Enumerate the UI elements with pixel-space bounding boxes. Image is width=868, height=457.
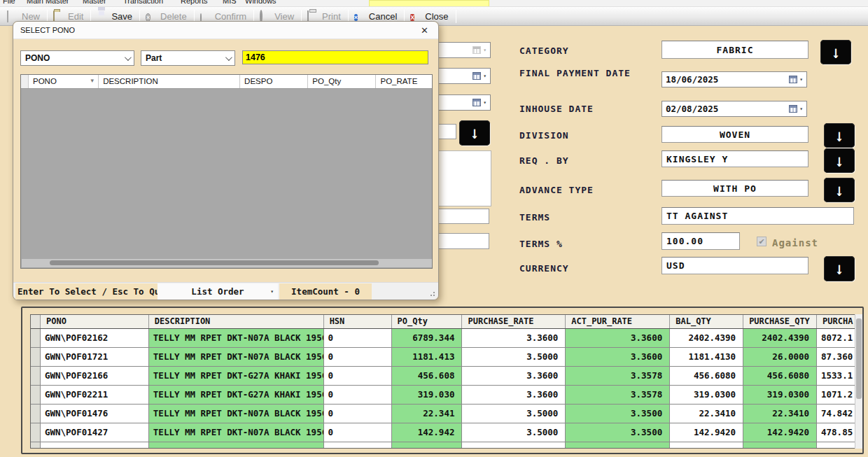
terms-field[interactable]: TT AGAINST [662,207,854,225]
scrollbar-thumb[interactable] [50,260,379,265]
cell-purchase-rate: 3.3600 [462,386,566,405]
req-by-lookup-button[interactable]: ↓ [824,148,855,173]
menu-master[interactable]: Master [83,0,106,5]
vertical-scrollbar[interactable] [855,314,862,449]
against-checkbox: ✔ [757,237,766,246]
table-row[interactable]: GWN\POF01721 TELLY MM RPET DKT-N07A BLAC… [31,348,857,367]
menu-file[interactable]: File [3,0,15,5]
table-row[interactable]: GWN\POF02211 TELLY MM RPET DKT-G27A KHAK… [31,386,857,405]
req-by-field[interactable]: KINGSLEY Y [662,150,808,167]
table-row[interactable]: GWN\POF02162 TELLY MM RPET DKT-N07A BLAC… [31,329,857,348]
close-icon[interactable]: ✕ [418,25,431,36]
cell-purchase-extra: 8072.1 [817,329,857,348]
hidden-date-field[interactable]: ▾ [438,68,491,84]
cell-act-pur-rate: 3.3578 [566,386,670,405]
cell-description: TELLY MM RPET DKT-N07A BLACK 195CM [149,348,324,367]
cell-hsn: 0 [324,367,392,386]
cell-empty [743,442,817,449]
col-purchase-extra[interactable]: PURCHA [817,315,857,328]
table-row[interactable]: GWN\POF01476 TELLY MM RPET DKT-N07A BLAC… [31,405,857,423]
col-label: DESCRIPTION [103,77,158,85]
part-filter-select[interactable]: Part [141,50,235,66]
col-po-qty[interactable]: PO_Qty [392,315,463,328]
pono-filter-select[interactable]: PONO [20,50,134,66]
division-label: DIVISION [519,129,569,141]
po-table-header: PONO DESCRIPTION HSN PO_Qty PURCHASE_RAT… [31,315,857,329]
menu-reports[interactable]: Reports [181,0,208,5]
final-payment-date-field[interactable]: 18/06/2025 ▾ [662,71,807,87]
currency-field[interactable]: USD [662,257,808,274]
po-table: PONO DESCRIPTION HSN PO_Qty PURCHASE_RAT… [30,314,858,449]
chevron-down-icon: ▾ [483,47,486,53]
cell-empty [149,442,324,449]
chevron-down-icon [125,54,132,61]
cell-purchase-rate: 3.5000 [462,348,566,367]
menu-windows[interactable]: Windows [245,0,276,5]
advance-type-label: ADVANCE TYPE [519,184,594,196]
table-row[interactable]: GWN\POF02166 TELLY MM RPET DKT-G27A KHAK… [31,367,857,386]
division-lookup-button[interactable]: ↓ [824,123,855,148]
cell-act-pur-rate: 3.3500 [566,405,670,423]
down-arrow-icon: ↓ [836,181,844,199]
division-field[interactable]: WOVEN [662,126,808,143]
dialog-titlebar[interactable]: SELECT PONO ✕ [13,22,438,39]
resize-grip[interactable] [430,291,435,297]
hidden-date-field[interactable]: ▾ [438,94,491,111]
grid-col-po-rate[interactable]: PO_RATE [376,75,432,88]
col-purchase-qty[interactable]: PURCHASE_QTY [743,315,817,328]
grid-col-despo[interactable]: DESPO [240,75,308,88]
cell-pono: GWN\POF01427 [41,423,149,442]
row-indicator [31,442,41,449]
category-field[interactable]: FABRIC [662,41,808,59]
hidden-field[interactable] [438,209,489,224]
search-input[interactable] [242,50,428,64]
advance-type-field[interactable]: WITH PO [662,180,808,197]
currency-lookup-button[interactable]: ↓ [824,256,855,281]
down-arrow-icon: ↓ [836,260,844,278]
hidden-field[interactable] [438,124,456,139]
terms-pct-label: TERMS % [519,238,563,250]
col-hsn[interactable]: HSN [324,315,392,328]
col-bal-qty[interactable]: BAL_QTY [670,315,743,328]
confirm-button-label: Confirm [215,11,247,22]
grid-col-pono[interactable]: PONO▾ [29,75,99,88]
row-indicator-header [31,315,41,328]
edit-button-label: Edit [68,11,83,22]
cell-po-qty: 456.608 [392,367,463,386]
chevron-down-icon: ▾ [799,106,803,112]
table-row-partial [31,442,857,449]
close-button-label: Close [425,11,448,22]
grid-col-po-qty[interactable]: PO_Qty [308,75,376,88]
grid-col-description[interactable]: DESCRIPTION [99,75,240,88]
cell-purchase-rate: 3.3600 [462,329,566,348]
list-order-dropdown[interactable]: List Order ▾ [158,283,278,300]
scrollbar-thumb[interactable] [856,318,862,399]
cell-purchase-extra: 74.842 [817,405,857,423]
terms-pct-field[interactable]: 100.00 [662,232,740,250]
cell-description: TELLY MM RPET DKT-N07A BLACK 195CM [149,329,324,348]
cell-hsn: 0 [324,348,392,367]
cell-purchase-extra: 87.360 [817,348,857,367]
cell-purchase-rate: 3.3600 [462,367,566,386]
category-lookup-button[interactable]: ↓ [820,40,851,64]
col-purchase-rate[interactable]: PURCHASE_RATE [462,315,566,328]
cell-purchase-extra: 1071.2 [817,386,857,405]
chevron-down-icon [225,54,232,61]
cell-empty [41,442,149,449]
col-act-pur-rate[interactable]: ACT_PUR_RATE [566,315,670,328]
advance-type-lookup-button[interactable]: ↓ [824,178,855,202]
col-description[interactable]: DESCRIPTION [149,315,324,328]
pono-results-grid[interactable]: PONO▾ DESCRIPTION DESPO PO_Qty PO_RATE [20,74,433,269]
horizontal-scrollbar[interactable] [22,259,433,267]
inhouse-date-field[interactable]: 02/08/2025 ▾ [662,101,807,117]
table-row[interactable]: GWN\POF01427 TELLY MM RPET DKT-N07A BLAC… [31,423,857,442]
hidden-field[interactable] [438,233,489,249]
menu-mis[interactable]: MIS [223,0,237,5]
lookup-arrow-button[interactable]: ↓ [459,120,490,146]
cell-empty [670,442,743,449]
save-button-label: Save [111,11,132,22]
menu-transaction[interactable]: Transaction [123,0,163,5]
col-pono[interactable]: PONO [41,315,149,328]
menu-main-master[interactable]: Main Master [27,0,69,5]
hidden-textarea[interactable] [438,150,491,206]
